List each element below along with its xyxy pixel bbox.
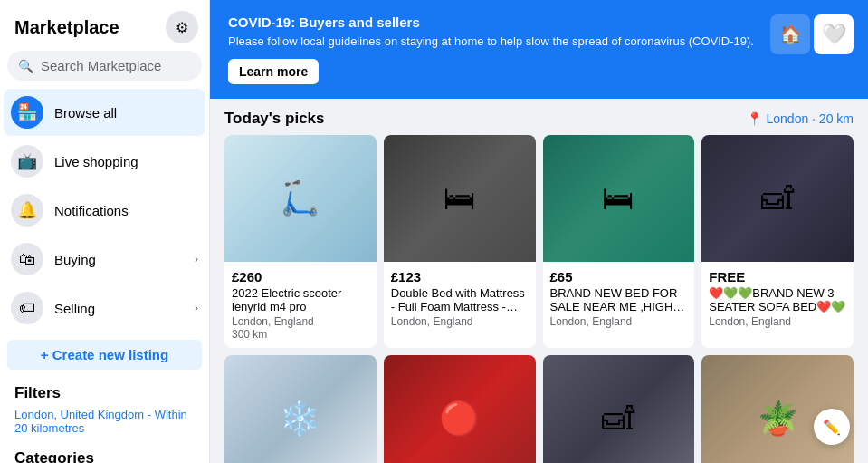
product-title: Double Bed with Mattress - Full Foam Mat… — [391, 286, 529, 313]
product-location: London, England — [550, 315, 688, 328]
product-price: £260 — [232, 269, 369, 285]
search-bar[interactable]: 🔍 Search Marketplace — [7, 51, 202, 81]
covid-icons: 🏠 🤍 — [770, 14, 854, 54]
create-listing-button[interactable]: + Create new listing — [7, 340, 202, 370]
sidebar-item-selling[interactable]: 🏷 Selling › — [4, 285, 205, 332]
product-image: 🛏 — [543, 135, 695, 262]
categories-section-label: Categories — [0, 442, 209, 463]
product-info: £123 Double Bed with Mattress - Full Foa… — [384, 262, 536, 335]
covid-text: COVID-19: Buyers and sellers Please foll… — [228, 14, 759, 84]
search-input[interactable]: Search Marketplace — [41, 58, 191, 73]
product-image: 🔴 — [384, 355, 536, 463]
browse-all-icon: 🏪 — [11, 96, 43, 129]
covid-icon-box2: 🤍 — [814, 14, 854, 54]
learn-more-button[interactable]: Learn more — [228, 59, 319, 84]
compose-button[interactable]: ✏️ — [814, 409, 850, 445]
buying-icon: 🛍 — [11, 243, 43, 275]
sidebar-item-live-shopping[interactable]: 📺 Live shopping — [4, 138, 205, 185]
product-card[interactable]: 🛴 £260 2022 Electric scooter ienyrid m4 … — [224, 135, 377, 348]
product-title: BRAND NEW BED FOR SALE NEAR ME ,HIGH QUA… — [550, 286, 688, 313]
sidebar-item-label: Browse all — [54, 105, 198, 121]
product-location: London, England 300 km — [232, 315, 369, 341]
product-info: £65 BRAND NEW BED FOR SALE NEAR ME ,HIGH… — [543, 262, 695, 335]
product-grid: 🛴 £260 2022 Electric scooter ienyrid m4 … — [210, 135, 868, 463]
location-text: London · 20 km — [766, 111, 854, 126]
search-icon: 🔍 — [18, 59, 33, 73]
chevron-right-icon: › — [195, 253, 198, 265]
settings-button[interactable]: ⚙ — [166, 11, 198, 43]
main-content: COVID-19: Buyers and sellers Please foll… — [210, 0, 868, 463]
product-image: 🛏 — [384, 135, 536, 262]
chevron-right-icon: › — [195, 302, 198, 314]
picks-header: Today's picks 📍 London · 20 km — [210, 99, 868, 135]
product-card[interactable]: ❄️ — [224, 355, 377, 463]
covid-title: COVID-19: Buyers and sellers — [228, 14, 759, 30]
location-badge[interactable]: 📍 London · 20 km — [747, 111, 854, 126]
sidebar-item-buying[interactable]: 🛍 Buying › — [4, 236, 205, 283]
picks-title: Today's picks — [224, 110, 325, 128]
selling-icon: 🏷 — [11, 292, 43, 324]
sidebar-header: Marketplace ⚙ — [0, 0, 209, 51]
product-location: London, England — [391, 315, 529, 328]
product-image: 🛋 — [701, 135, 854, 262]
product-title: ❤️💚💚BRAND NEW 3 SEATER SOFA BED❤️💚 — [709, 286, 846, 313]
product-card[interactable]: 🛏 £65 BRAND NEW BED FOR SALE NEAR ME ,HI… — [543, 135, 695, 348]
product-card[interactable]: 🛋 FREE ❤️💚💚BRAND NEW 3 SEATER SOFA BED❤️… — [701, 135, 854, 348]
notifications-icon: 🔔 — [11, 194, 43, 227]
product-image: ❄️ — [224, 355, 377, 463]
sidebar-item-label: Buying — [54, 252, 184, 267]
product-title: 2022 Electric scooter ienyrid m4 pro — [232, 286, 369, 313]
covid-description: Please follow local guidelines on stayin… — [228, 34, 759, 50]
location-pin-icon: 📍 — [747, 111, 762, 126]
product-info: £260 2022 Electric scooter ienyrid m4 pr… — [224, 262, 377, 348]
product-card[interactable]: 🛏 £123 Double Bed with Mattress - Full F… — [384, 135, 536, 348]
covid-banner: COVID-19: Buyers and sellers Please foll… — [210, 0, 868, 99]
sidebar-title: Marketplace — [14, 17, 119, 38]
product-card[interactable]: 🛋 — [543, 355, 695, 463]
sidebar-item-label: Selling — [54, 301, 184, 316]
sidebar-item-browse-all[interactable]: 🏪 Browse all — [4, 89, 205, 136]
product-card[interactable]: 🔴 — [384, 355, 536, 463]
sidebar-item-label: Notifications — [54, 203, 198, 218]
covid-icon-box1: 🏠 — [770, 14, 810, 54]
product-image: 🛴 — [224, 135, 377, 262]
product-info: FREE ❤️💚💚BRAND NEW 3 SEATER SOFA BED❤️💚 … — [701, 262, 854, 335]
sidebar-item-label: Live shopping — [54, 154, 198, 169]
product-price: £65 — [550, 269, 688, 285]
product-price: £123 — [391, 269, 529, 285]
filter-location[interactable]: London, United Kingdom - Within 20 kilom… — [0, 406, 209, 442]
filters-section-label: Filters — [0, 377, 209, 406]
live-shopping-icon: 📺 — [11, 145, 43, 178]
sidebar-item-notifications[interactable]: 🔔 Notifications — [4, 187, 205, 234]
product-location: London, England — [709, 315, 846, 328]
sidebar: Marketplace ⚙ 🔍 Search Marketplace 🏪 Bro… — [0, 0, 210, 463]
product-price: FREE — [709, 269, 846, 285]
product-image: 🛋 — [543, 355, 695, 463]
